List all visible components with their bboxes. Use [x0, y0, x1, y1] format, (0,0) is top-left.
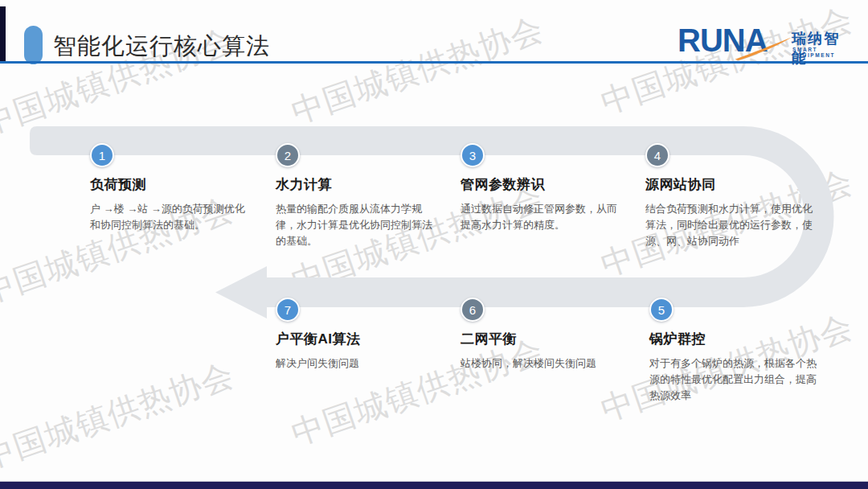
- step-1-number-badge: 1: [90, 143, 114, 167]
- step-3-description: 通过数据自动修正管网参数，从而提高水力计算的精度。: [461, 201, 625, 233]
- step-6-title: 二网平衡: [461, 330, 644, 348]
- runa-logo: RUNA 瑞纳智能 SMART EQUIPMENT: [678, 27, 854, 60]
- page-title: 智能化运行核心算法: [53, 31, 270, 63]
- footer-bar: [0, 481, 868, 489]
- step-3-title: 管网参数辨识: [461, 175, 644, 194]
- step-2-number-badge: 2: [276, 143, 300, 167]
- step-3-number-badge: 3: [461, 143, 485, 167]
- step-2-description: 热量的输配介质服从流体力学规律，水力计算是优化协同控制算法的基础。: [276, 201, 440, 249]
- step-1: 1 负荷预测 户 →楼 →站 →源的负荷预测优化和协同控制算法的基础。: [90, 143, 273, 233]
- step-3: 3 管网参数辨识 通过数据自动修正管网参数，从而提高水力计算的精度。: [461, 143, 644, 233]
- step-7: 7 户平衡AI算法 解决户间失衡问题: [276, 298, 459, 372]
- header-divider-line: [0, 61, 868, 64]
- runa-logo-tagline: SMART EQUIPMENT: [792, 47, 854, 58]
- step-2-title: 水力计算: [276, 175, 459, 194]
- title-accent-capsule: [24, 26, 43, 64]
- step-5-description: 对于有多个锅炉的热源，根据各个热源的特性最优化配置出力组合，提高热源效率: [649, 355, 826, 404]
- step-5-title: 锅炉群控: [649, 330, 833, 348]
- slide: 中国城镇供热协会 中国城镇供热协会 中国城镇供热协会 中国城镇供热协会 中国城镇…: [0, 0, 868, 489]
- step-6-number-badge: 6: [461, 298, 485, 322]
- corner-accent-bar: [0, 6, 6, 61]
- step-5-number-badge: 5: [649, 298, 674, 322]
- step-5: 5 锅炉群控 对于有多个锅炉的热源，根据各个热源的特性最优化配置出力组合，提高热…: [649, 298, 833, 404]
- step-1-title: 负荷预测: [90, 175, 273, 194]
- step-7-number-badge: 7: [276, 298, 300, 322]
- step-6: 6 二网平衡 站楼协同，解决楼间失衡问题: [461, 298, 644, 372]
- step-1-description: 户 →楼 →站 →源的负荷预测优化和协同控制算法的基础。: [90, 201, 255, 233]
- step-4-description: 结合负荷预测和水力计算，使用优化算法，同时给出最优的运行参数，使源、网、站协同动…: [645, 201, 822, 249]
- step-4-number-badge: 4: [645, 143, 669, 167]
- step-7-description: 解决户间失衡问题: [276, 355, 440, 372]
- step-6-description: 站楼协同，解决楼间失衡问题: [461, 355, 625, 372]
- step-4-title: 源网站协同: [645, 175, 829, 194]
- step-4: 4 源网站协同 结合负荷预测和水力计算，使用优化算法，同时给出最优的运行参数，使…: [645, 143, 829, 249]
- step-2: 2 水力计算 热量的输配介质服从流体力学规律，水力计算是优化协同控制算法的基础。: [276, 143, 459, 249]
- step-7-title: 户平衡AI算法: [276, 330, 459, 348]
